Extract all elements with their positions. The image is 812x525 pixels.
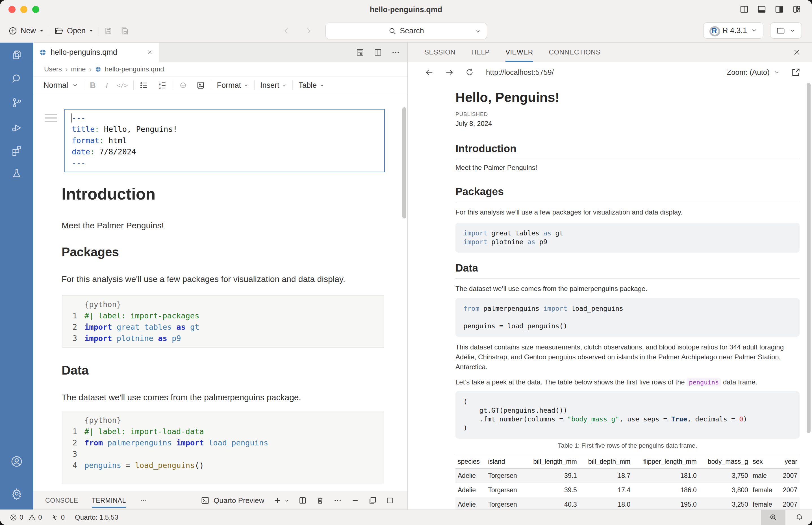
tab-console[interactable]: CONSOLE [45,491,78,509]
extensions-icon[interactable] [10,144,23,157]
code-line: ) [463,424,792,432]
restore-panel-icon[interactable] [368,496,377,505]
inline-code-button[interactable]: </> [117,82,128,89]
split-editor-right-icon[interactable] [374,48,382,57]
maximize-panel-icon[interactable] [386,496,394,505]
link-button[interactable] [178,81,188,90]
ports-status[interactable]: 0 [50,513,65,522]
magnifier-plus-icon [769,513,778,522]
inline-code-penguins: penguins [686,378,721,386]
tab-session[interactable]: SESSION [424,43,455,62]
search-sidebar-icon[interactable] [10,72,23,85]
quarto-version[interactable]: Quarto: 1.5.53 [75,513,118,521]
back-icon[interactable] [424,68,434,77]
editor-paragraph[interactable]: Meet the Palmer Penguins! [62,220,385,231]
tab-terminal[interactable]: TERMINAL [92,491,126,509]
column-header: flipper_length_mm [633,455,699,468]
editor-tabbar: hello-penguins.qmd [33,43,407,62]
folder-open-icon [54,26,63,35]
minimize-window-button[interactable] [20,6,27,13]
editor-code-cell-import-load-data[interactable]: {python} 1#| label: import-load-data2fro… [62,411,384,484]
interpreter-selector[interactable]: R R 4.3.1 [703,22,764,39]
editor-heading-introduction[interactable]: Introduction [62,185,385,202]
explorer-icon[interactable] [10,49,23,62]
bold-button[interactable]: B [90,81,96,90]
yaml-front-matter[interactable]: ---title: Hello, Penguins!format: htmlda… [64,109,385,172]
split-editor-icon[interactable] [740,5,749,14]
viewer-scrollbar[interactable] [807,83,811,433]
close-tab-icon[interactable] [147,49,153,56]
reload-icon[interactable] [465,68,474,77]
more-actions-icon[interactable] [391,48,400,57]
table-row: AdelieTorgersen39.517.4186.03,800female2… [455,483,800,497]
editor-tab[interactable]: hello-penguins.qmd [33,43,159,62]
testing-icon[interactable] [10,167,23,180]
toggle-panel-icon[interactable] [757,5,766,14]
minimize-panel-icon[interactable] [351,496,359,505]
account-icon[interactable] [10,455,24,468]
customize-layout-icon[interactable] [792,5,801,14]
italic-button[interactable]: I [105,81,108,90]
column-header: species [455,455,486,468]
editor-heading-packages[interactable]: Packages [62,245,385,258]
new-button[interactable]: New [9,27,44,35]
editor-heading-data[interactable]: Data [62,364,385,377]
history-back-icon[interactable] [282,27,291,35]
toggle-secondary-sidebar-icon[interactable] [775,5,784,14]
history-forward-icon[interactable] [304,27,313,35]
ordered-list-button[interactable]: 123 [158,81,167,90]
zoom-window-button[interactable] [32,6,39,13]
warning-icon [28,514,36,521]
new-terminal-icon [273,496,282,505]
titlebar: hello-penguins.qmd [0,0,812,19]
settings-gear-icon[interactable] [10,487,24,500]
terminal-icon [201,496,209,505]
editor-preview-icon[interactable] [356,48,364,57]
search-input[interactable]: Search [325,22,487,39]
notifications-bell-icon[interactable] [795,513,803,521]
table-menu[interactable]: Table [298,81,324,90]
image-button[interactable] [196,81,205,90]
problems-status[interactable]: 0 0 [10,513,42,521]
breadcrumb-mine[interactable]: mine [71,65,86,73]
kill-terminal-icon[interactable] [316,496,324,505]
open-button[interactable]: Open [54,26,93,35]
save-all-icon[interactable] [120,26,129,35]
code-line: --- [72,112,384,124]
zoom-select[interactable]: Zoom: (Auto) [727,68,780,77]
paragraph-style-select[interactable]: Normal [44,81,78,90]
zoom-in-status-button[interactable] [761,510,785,525]
column-header: bill_depth_mm [579,455,633,468]
insert-menu[interactable]: Insert [260,81,287,90]
code-line: date: 7/8/2024 [72,146,384,158]
chevron-down-icon [39,29,44,33]
error-icon [10,514,17,521]
editor-paragraph[interactable]: For this analysis we'll use a few packag… [62,274,385,285]
run-debug-icon[interactable] [10,121,23,134]
viewer-url[interactable]: http://localhost:5759/ [486,68,554,77]
panel-more-tabs-icon[interactable] [140,496,147,505]
tab-help[interactable]: HELP [471,43,490,62]
breadcrumb-users[interactable]: Users [44,65,62,73]
code-line: 3import plotnine as p9 [62,333,384,344]
forward-icon[interactable] [445,68,454,77]
drag-handle-icon[interactable] [45,114,57,122]
bullet-list-button[interactable] [139,81,148,90]
source-control-icon[interactable] [10,96,23,109]
split-terminal-icon[interactable] [298,496,307,505]
editor-content[interactable]: ---title: Hello, Penguins!format: htmlda… [33,94,407,491]
tab-viewer[interactable]: VIEWER [505,43,533,62]
panel-more-actions-icon[interactable] [333,496,342,505]
tab-connections[interactable]: CONNECTIONS [549,43,601,62]
close-pane-icon[interactable] [793,48,801,56]
save-icon[interactable] [104,27,113,35]
quarto-preview-button[interactable]: Quarto Preview [201,496,264,505]
editor-scrollbar[interactable] [402,107,406,219]
open-in-browser-icon[interactable] [791,68,801,77]
close-window-button[interactable] [9,6,16,13]
editor-paragraph[interactable]: The dataset we'll use comes from the pal… [62,392,385,403]
editor-code-cell-import-packages[interactable]: {python} 1#| label: import-packages2impo… [62,295,384,348]
format-menu[interactable]: Format [217,81,249,90]
breadcrumb-file[interactable]: hello-penguins.qmd [105,65,164,73]
workspace-folder-selector[interactable] [770,22,802,39]
